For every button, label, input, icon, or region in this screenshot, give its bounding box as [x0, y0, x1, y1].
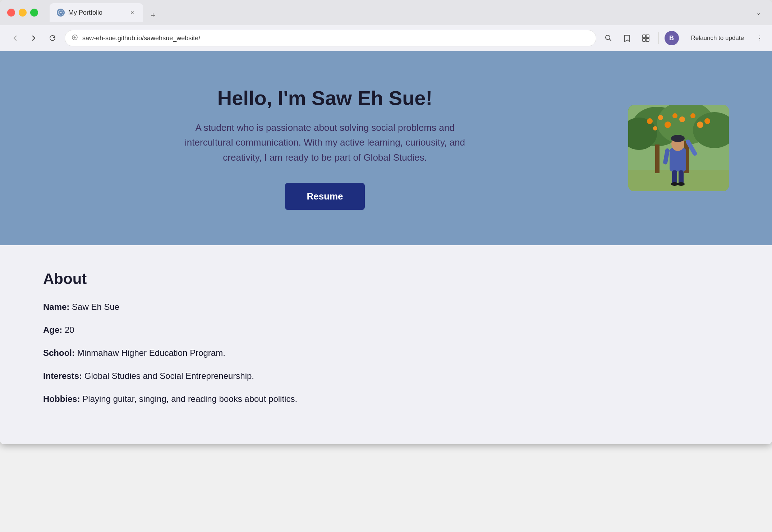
about-school: School: Minmahaw Higher Education Progra… [43, 347, 729, 359]
svg-point-20 [672, 113, 677, 118]
extensions-icon[interactable] [639, 32, 652, 45]
reload-button[interactable] [46, 32, 59, 45]
maximize-button[interactable] [30, 9, 38, 17]
about-interests: Interests: Global Studies and Social Ent… [43, 370, 729, 382]
svg-point-19 [653, 126, 657, 130]
bookmark-icon[interactable] [621, 32, 634, 45]
active-tab[interactable]: My Portfolio ✕ [50, 3, 143, 22]
svg-rect-3 [643, 35, 645, 38]
search-icon[interactable] [602, 32, 615, 45]
svg-rect-6 [646, 38, 649, 41]
webpage: Hello, I'm Saw Eh Sue! A student who is … [0, 51, 772, 444]
svg-rect-22 [655, 145, 660, 173]
svg-point-33 [677, 182, 685, 186]
school-label: School: [43, 348, 75, 358]
hobbies-value-text: Playing guitar, singing, and reading boo… [82, 394, 297, 404]
browser-window: My Portfolio ✕ + ⌄ [0, 0, 772, 444]
url-text: saw-eh-sue.github.io/sawehsue_website/ [82, 35, 200, 42]
about-name: Name: Saw Eh Sue [43, 301, 729, 313]
hero-title: Hello, I'm Saw Eh Sue! [43, 86, 607, 110]
hobbies-label: Hobbies: [43, 394, 80, 404]
svg-point-16 [690, 113, 695, 118]
svg-point-13 [658, 115, 663, 120]
name-value-text: Saw Eh Sue [72, 302, 119, 312]
age-value-text: 20 [65, 325, 74, 335]
divider [658, 32, 659, 44]
traffic-lights [7, 9, 38, 17]
name-label: Name: [43, 302, 69, 312]
school-value-text: Minmahaw Higher Education Program. [77, 348, 225, 358]
svg-point-18 [704, 118, 710, 124]
close-button[interactable] [7, 9, 15, 17]
relaunch-button[interactable]: Relaunch to update [685, 32, 750, 45]
tab-title: My Portfolio [68, 9, 125, 17]
hero-image [628, 105, 729, 191]
about-hobbies: Hobbies: Playing guitar, singing, and re… [43, 393, 729, 405]
interests-value-text: Global Studies and Social Entrepreneursh… [84, 371, 254, 381]
url-security-icon [72, 34, 78, 42]
new-tab-button[interactable]: + [147, 9, 160, 22]
interests-label: Interests: [43, 371, 82, 381]
title-bar: My Portfolio ✕ + ⌄ [0, 0, 772, 25]
hero-text: Hello, I'm Saw Eh Sue! A student who is … [43, 86, 607, 210]
svg-point-12 [647, 118, 653, 124]
forward-button[interactable] [27, 32, 40, 45]
back-button[interactable] [9, 32, 22, 45]
svg-point-27 [671, 135, 685, 142]
about-section: About Name: Saw Eh Sue Age: 20 School: M… [0, 245, 772, 444]
resume-button[interactable]: Resume [285, 183, 364, 210]
hero-section: Hello, I'm Saw Eh Sue! A student who is … [0, 51, 772, 245]
age-label: Age: [43, 325, 62, 335]
toolbar-right: B Relaunch to update ⋮ [602, 31, 763, 45]
tab-dropdown-button[interactable]: ⌄ [752, 6, 765, 19]
tab-favicon [57, 9, 65, 17]
minimize-button[interactable] [19, 9, 27, 17]
svg-point-17 [697, 121, 703, 128]
url-bar[interactable]: saw-eh-sue.github.io/sawehsue_website/ [65, 30, 596, 46]
svg-rect-4 [646, 35, 649, 38]
menu-button[interactable]: ⋮ [756, 34, 763, 42]
svg-rect-5 [643, 38, 645, 41]
profile-button[interactable]: B [665, 31, 679, 45]
svg-point-14 [665, 121, 671, 128]
about-title: About [43, 270, 729, 288]
svg-rect-25 [670, 148, 686, 171]
svg-point-2 [606, 35, 610, 40]
about-age: Age: 20 [43, 324, 729, 336]
tab-close-button[interactable]: ✕ [129, 9, 136, 16]
hero-description: A student who is passionate about solvin… [185, 120, 465, 165]
tab-bar: My Portfolio ✕ + [50, 3, 748, 22]
address-bar: saw-eh-sue.github.io/sawehsue_website/ [0, 25, 772, 51]
svg-point-32 [671, 182, 678, 186]
svg-point-15 [679, 116, 685, 122]
